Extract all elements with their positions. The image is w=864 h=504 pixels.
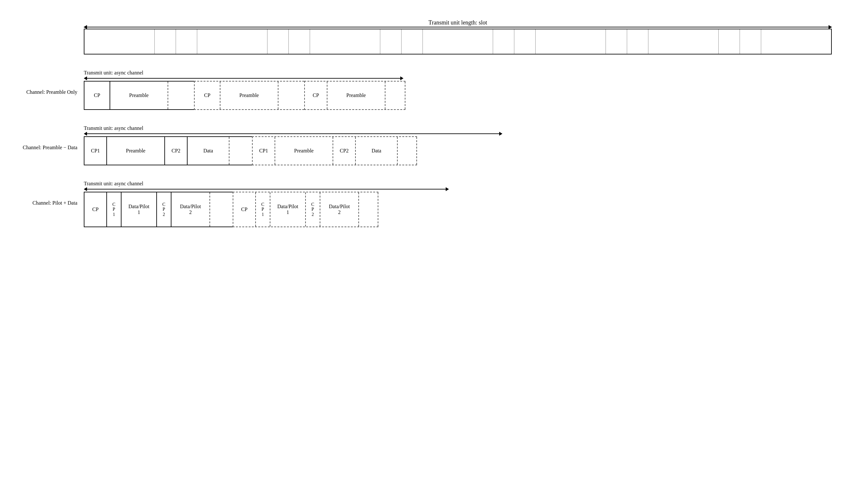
ptd-cp-2: CP [233, 192, 256, 227]
preamble-only-unit-label: Transmit unit: async channel [84, 70, 404, 76]
channel-pilot-data-diagram: Transmit unit: async channel CP CP1 Data… [84, 181, 845, 227]
po-cp-2: CP [195, 82, 220, 109]
slot-cell-5 [536, 29, 606, 54]
ptd-cp-1: CP [84, 192, 107, 227]
ptd-solid: CP CP1 Data/Pilot1 CP2 Data/Pilot2 [84, 192, 233, 227]
po-gap-1 [168, 82, 194, 109]
po-end-dashed [405, 82, 405, 109]
slot-cell-n10 [627, 29, 648, 54]
po-preamble-1: Preamble [110, 82, 168, 109]
ptd-gap-1 [210, 192, 233, 227]
channel-preamble-only-row: Channel: Preamble Only Transmit unit: as… [19, 70, 845, 110]
pd-cp2-2: CP2 [333, 137, 356, 165]
pd-preamble-2: Preamble [275, 137, 333, 165]
ptd-cp1-2: CP1 [256, 192, 271, 227]
ptd-datapilot1-1: Data/Pilot1 [121, 192, 157, 227]
pd-preamble-1: Preamble [107, 137, 165, 165]
po-cp-3: CP [305, 82, 327, 109]
slot-cell-n5 [380, 29, 401, 54]
slot-cell-2 [197, 29, 267, 54]
slot-cell-n6 [401, 29, 423, 54]
channel-preamble-data-label: Channel: Preamble − Data [19, 125, 84, 151]
po-preamble-3: Preamble [327, 82, 385, 109]
channel-pilot-data-row: Channel: Pilot + Data Transmit unit: asy… [19, 181, 845, 227]
preamble-data-cells: CP1 Preamble CP2 Data CP1 Preamble CP2 D… [84, 136, 845, 165]
pd-cp1-2: CP1 [253, 137, 275, 165]
channel-pilot-data-label: Channel: Pilot + Data [19, 181, 84, 206]
pd-data-2: Data [356, 137, 398, 165]
channel-preamble-only-label: Channel: Preamble Only [19, 70, 84, 95]
slot-cell-n3 [267, 29, 289, 54]
ptd-datapilot2-1: Data/Pilot2 [171, 192, 210, 227]
channel-preamble-data-row: Channel: Preamble − Data Transmit unit: … [19, 125, 845, 165]
pd-cp2-1: CP2 [165, 137, 188, 165]
slot-cell-1 [84, 29, 155, 54]
slot-cell-6 [648, 29, 719, 54]
slot-cell-3 [310, 29, 380, 54]
pd-solid: CP1 Preamble CP2 Data [84, 136, 252, 165]
pilot-data-unit-label: Transmit unit: async channel [84, 181, 449, 187]
pd-dashed: CP1 Preamble CP2 Data [252, 136, 417, 165]
pd-data-1: Data [188, 137, 229, 165]
ptd-cp2-2: CP2 [306, 192, 320, 227]
slot-cell-n4 [289, 29, 310, 54]
slot-cell-n12 [740, 29, 761, 54]
pd-cp1-1: CP1 [84, 137, 107, 165]
po-dashed-section-2: CP Preamble [304, 81, 405, 110]
ptd-cp2-1: CP2 [157, 192, 171, 227]
po-dashed-section-1: CP Preamble [194, 81, 304, 110]
slot-length-label: Transmit unit length: slot [429, 19, 487, 26]
ptd-cp1-1: CP1 [107, 192, 121, 227]
slot-cell-4 [423, 29, 493, 54]
po-gap-3 [385, 82, 405, 109]
po-preamble-2: Preamble [220, 82, 278, 109]
po-cp-1: CP [84, 82, 110, 109]
ptd-gap-2 [359, 192, 378, 227]
section-slot-length: Transmit unit length: slot [84, 19, 832, 55]
slot-cell-n11 [719, 29, 740, 54]
ptd-dashed: CP CP1 Data/Pilot1 CP2 Data/Pilot2 [233, 192, 378, 227]
po-solid-section: CP Preamble [84, 81, 194, 110]
channel-preamble-data-diagram: Transmit unit: async channel CP1 Preambl… [84, 125, 845, 165]
pd-gap-2 [398, 137, 417, 165]
slot-cell-n2 [176, 29, 197, 54]
slot-cell-n8 [514, 29, 536, 54]
channel-preamble-only-diagram: Transmit unit: async channel CP Preamble [84, 70, 845, 110]
slot-cell-n9 [606, 29, 627, 54]
ptd-datapilot1-2: Data/Pilot1 [271, 192, 306, 227]
slot-cell-n7 [493, 29, 514, 54]
slot-cell-7 [761, 29, 831, 54]
pd-gap-1 [229, 137, 252, 165]
slot-cell-n1 [155, 29, 176, 54]
slot-grid [84, 29, 832, 55]
preamble-data-unit-label: Transmit unit: async channel [84, 125, 502, 131]
preamble-only-cells: CP Preamble CP Preamble CP Preamble [84, 81, 845, 110]
ptd-datapilot2-2: Data/Pilot2 [320, 192, 359, 227]
pilot-data-cells: CP CP1 Data/Pilot1 CP2 Data/Pilot2 CP CP… [84, 192, 845, 227]
po-gap-2 [278, 82, 304, 109]
